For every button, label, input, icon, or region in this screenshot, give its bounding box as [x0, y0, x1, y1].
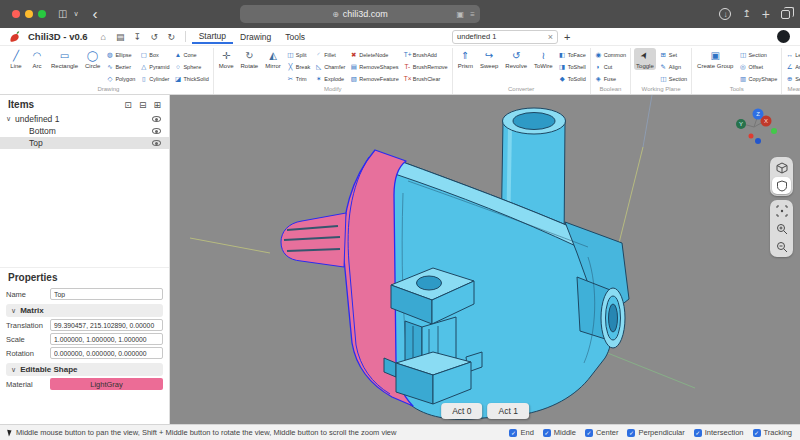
orientation-gizmo[interactable]: Y X Z — [730, 103, 790, 151]
home-button[interactable]: ⌂ — [96, 30, 111, 44]
fit-view-button[interactable] — [772, 202, 791, 219]
visibility-eye-icon[interactable] — [152, 128, 161, 134]
collapse-all-icon[interactable]: ⊟ — [139, 100, 147, 110]
visibility-eye-icon[interactable] — [152, 140, 161, 146]
snap-center[interactable]: ✓Center — [585, 428, 619, 437]
tool-circle-button[interactable]: ◯Circle — [83, 48, 102, 70]
tool-length-button[interactable]: ↔Length — [785, 49, 800, 60]
tool-deletenode-button[interactable]: ✖DeleteNode — [349, 49, 399, 60]
fullscreen-window-button[interactable] — [38, 10, 46, 18]
tab-tools[interactable]: Tools — [278, 30, 312, 43]
tree-item-top[interactable]: Top — [0, 137, 169, 149]
tool-sweep-button[interactable]: ↪Sweep — [478, 48, 500, 70]
tool-mirror-button[interactable]: ◭Mirror — [263, 48, 283, 70]
tool-line-button[interactable]: ╱Line — [7, 48, 25, 70]
tool-offset-button[interactable]: ◎Offset — [738, 61, 778, 72]
tree-item-undefined-1[interactable]: ∨undefined 1 — [0, 113, 169, 125]
back-button[interactable]: ‹ — [93, 9, 98, 19]
tool-towire-button[interactable]: ≀ToWire — [532, 48, 555, 70]
tool-toface-button[interactable]: ◧ToFace — [558, 49, 587, 60]
tool-arc-button[interactable]: ◠Arc — [28, 48, 46, 70]
tool-angle-button[interactable]: ∠Angle — [785, 61, 800, 72]
tool-cylinder-button[interactable]: ▯Cylinder — [139, 73, 170, 84]
tool-section-button[interactable]: ◫Section — [738, 49, 778, 60]
chevron-down-icon[interactable]: ∨ — [6, 115, 15, 123]
checkbox-checked-icon[interactable]: ✓ — [627, 429, 635, 437]
name-input[interactable] — [50, 288, 163, 300]
tool-revolve-button[interactable]: ↺Revolve — [503, 48, 529, 70]
close-window-button[interactable] — [12, 10, 20, 18]
wireframe-view-button[interactable] — [772, 159, 791, 176]
checkbox-checked-icon[interactable]: ✓ — [585, 429, 593, 437]
tab-drawing[interactable]: Drawing — [233, 30, 278, 43]
tool-section-button[interactable]: ◫Section — [659, 73, 688, 84]
tool-rectangle-button[interactable]: ▭Rectangle — [49, 48, 80, 70]
tool-thicksolid-button[interactable]: ◪ThickSolid — [173, 73, 209, 84]
tool-fillet-button[interactable]: ◜Fillet — [314, 49, 346, 60]
tool-removeshapes-button[interactable]: ▤RemoveShapes — [349, 61, 399, 72]
privacy-badge-icon[interactable]: ▣ — [456, 10, 464, 19]
checkbox-checked-icon[interactable]: ✓ — [694, 429, 702, 437]
tool-toggle-button[interactable]: ➤Toggle — [634, 48, 656, 70]
section-header-editable-shape[interactable]: ∨Editable Shape — [6, 363, 163, 376]
tool-chamfer-button[interactable]: ◺Chamfer — [314, 61, 346, 72]
tool-move-button[interactable]: ✛Move — [217, 48, 236, 70]
expand-all-icon[interactable]: ⊞ — [153, 100, 161, 110]
axis-neg-y-dot[interactable] — [771, 128, 777, 134]
tool-cone-button[interactable]: ▲Cone — [173, 49, 209, 60]
property-input-rotation[interactable] — [50, 347, 163, 359]
tool-box-button[interactable]: ▢Box — [139, 49, 170, 60]
section-header-matrix[interactable]: ∨Matrix — [6, 304, 163, 317]
chevron-down-icon[interactable]: ∨ — [73, 9, 78, 19]
reader-icon[interactable]: ≡ — [470, 10, 475, 19]
share-icon[interactable]: ↥ — [742, 9, 750, 19]
tool-set-button[interactable]: ⊞Set — [659, 49, 688, 60]
tool-polygon-button[interactable]: ◇Polygon — [105, 73, 136, 84]
download-button[interactable]: ↧ — [130, 30, 145, 44]
tool-select-button[interactable]: ⊕Select — [785, 73, 800, 84]
tool-prism-button[interactable]: ⇑Prism — [456, 48, 475, 70]
tool-break-button[interactable]: ╳Break — [286, 61, 311, 72]
github-icon[interactable] — [777, 30, 790, 43]
tree-item-bottom[interactable]: Bottom — [0, 125, 169, 137]
downloads-icon[interactable]: ↓ — [719, 8, 731, 20]
checkbox-checked-icon[interactable]: ✓ — [543, 429, 551, 437]
snap-perpendicular[interactable]: ✓Perpendicular — [627, 428, 684, 437]
axis-neg-z-dot[interactable] — [755, 138, 761, 144]
tool-common-button[interactable]: ◉Common — [594, 49, 627, 60]
tool-cut-button[interactable]: ◗Cut — [594, 61, 627, 72]
property-input-scale[interactable] — [50, 333, 163, 345]
tool-align-button[interactable]: ✎Align — [659, 61, 688, 72]
tab-startup[interactable]: Startup — [192, 29, 233, 44]
tool-brushadd-button[interactable]: T+BrushAdd — [403, 49, 449, 60]
snap-intersection[interactable]: ✓Intersection — [694, 428, 744, 437]
visibility-eye-icon[interactable] — [152, 116, 161, 122]
tool-sphere-button[interactable]: ○Sphere — [173, 61, 209, 72]
viewport-3d[interactable]: Y X Z — [170, 95, 800, 424]
model[interactable] — [281, 108, 629, 419]
tab-overview-icon[interactable] — [781, 10, 790, 19]
redo-button[interactable]: ↻ — [164, 30, 179, 44]
tool-tosolid-button[interactable]: ◆ToSolid — [558, 73, 587, 84]
checkbox-checked-icon[interactable]: ✓ — [753, 429, 761, 437]
minimize-window-button[interactable] — [25, 10, 33, 18]
url-bar[interactable]: ⊕ chili3d.com ▣ ≡ — [240, 5, 480, 23]
snap-end[interactable]: ✓End — [509, 428, 533, 437]
shaded-view-button[interactable] — [772, 177, 791, 194]
tool-split-button[interactable]: ◫Split — [286, 49, 311, 60]
tool-fuse-button[interactable]: ◈Fuse — [594, 73, 627, 84]
tool-explode-button[interactable]: ✶Explode — [314, 73, 346, 84]
tool-toshell-button[interactable]: ◨ToShell — [558, 61, 587, 72]
tool-create-group-button[interactable]: ▣Create Group — [695, 48, 735, 70]
zoom-in-button[interactable] — [772, 220, 791, 237]
new-document-button[interactable]: + — [564, 31, 570, 43]
tool-brushclear-button[interactable]: T×BrushClear — [403, 73, 449, 84]
tool-removefeature-button[interactable]: ▧RemoveFeature — [349, 73, 399, 84]
tool-copyshape-button[interactable]: ▥CopyShape — [738, 73, 778, 84]
act-button-0[interactable]: Act 0 — [441, 403, 482, 419]
close-document-icon[interactable]: × — [548, 32, 553, 42]
act-button-1[interactable]: Act 1 — [488, 403, 529, 419]
snap-tracking[interactable]: ✓Tracking — [753, 428, 792, 437]
document-tab[interactable]: undefined 1 × — [452, 30, 558, 44]
tool-pyramid-button[interactable]: △Pyramid — [139, 61, 170, 72]
